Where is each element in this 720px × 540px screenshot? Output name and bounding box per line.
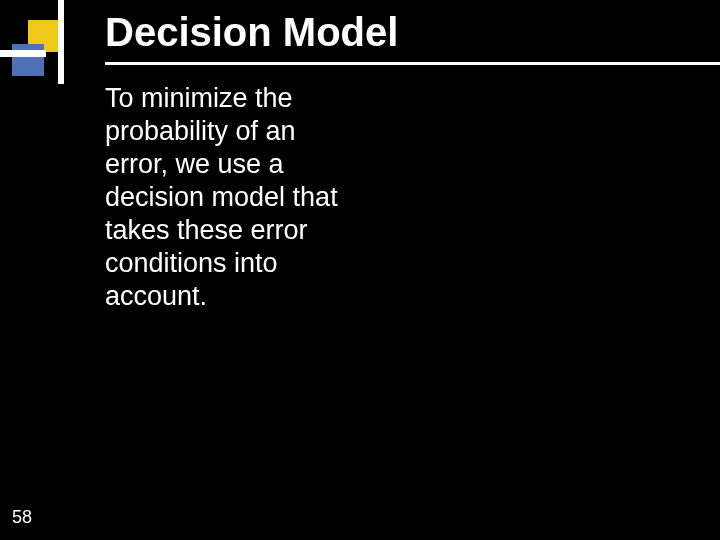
logo-horizontal-line xyxy=(0,50,46,57)
slide-body-text: To minimize the probability of an error,… xyxy=(105,82,365,313)
title-underline xyxy=(105,62,720,65)
page-number: 58 xyxy=(12,507,32,528)
slide-title: Decision Model xyxy=(105,10,398,55)
logo-vertical-line xyxy=(58,0,64,84)
logo-block xyxy=(12,20,74,82)
logo-blue-square xyxy=(12,44,44,76)
